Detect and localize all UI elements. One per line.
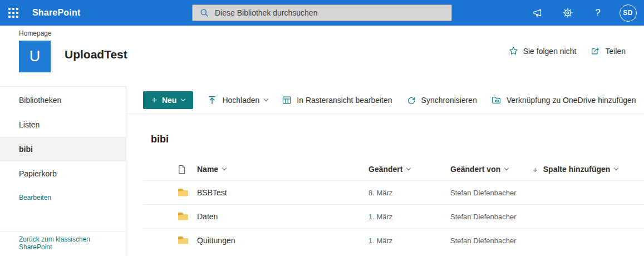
sidebar: Bibliotheken Listen bibi Papierkorb Bear…: [0, 86, 126, 256]
table-row[interactable]: Daten 1. März Stefan Diefenbacher: [143, 204, 644, 228]
sync-label: Synchronisieren: [421, 96, 477, 105]
file-type-column-header[interactable]: [178, 165, 197, 174]
folder-icon: [178, 236, 197, 245]
help-button[interactable]: ?: [587, 2, 608, 23]
new-button[interactable]: + Neu: [143, 91, 193, 109]
modified-by: Stefan Diefenbacher: [450, 189, 533, 197]
follow-label: Sie folgen nicht: [523, 47, 577, 56]
table-row[interactable]: BSBTest 8. März Stefan Diefenbacher: [143, 180, 644, 204]
modified-date: 8. März: [368, 189, 450, 197]
share-icon: [591, 46, 600, 56]
account-button[interactable]: SD: [617, 2, 638, 23]
file-list-header: Name Geändert Geändert von + Spalte hinz…: [143, 158, 644, 180]
search-placeholder: Diese Bibliothek durchsuchen: [215, 8, 317, 17]
grid-icon: [282, 95, 292, 105]
modified-date: 1. März: [368, 213, 450, 221]
sync-button[interactable]: Synchronisieren: [406, 95, 477, 105]
command-bar: + Neu Hochladen: [126, 86, 644, 114]
folder-icon: [178, 188, 197, 197]
column-header-modified-by[interactable]: Geändert von: [450, 165, 533, 174]
add-column-button[interactable]: + Spalte hinzufügen: [533, 165, 644, 174]
megaphone-icon: [532, 7, 543, 18]
upload-label: Hochladen: [222, 96, 259, 105]
waffle-icon: [8, 8, 18, 18]
add-onedrive-shortcut-label: Verknüpfung zu OneDrive hinzufügen: [507, 96, 636, 105]
library-title: bibi: [151, 134, 644, 145]
app-title[interactable]: SharePoint: [32, 8, 80, 18]
suite-bar: SharePoint Diese Bibliothek durchsuchen: [0, 0, 644, 26]
search-input[interactable]: Diese Bibliothek durchsuchen: [192, 4, 452, 21]
document-icon: [178, 165, 186, 174]
column-header-name[interactable]: Name: [197, 165, 368, 174]
app-launcher-button[interactable]: [0, 0, 27, 26]
sidebar-edit-link[interactable]: Bearbeiten: [0, 194, 126, 201]
chevron-down-icon: [406, 166, 411, 170]
sidebar-item-bibi[interactable]: bibi: [0, 137, 126, 161]
folder-icon: [178, 212, 197, 221]
body: Bibliotheken Listen bibi Papierkorb Bear…: [0, 86, 644, 256]
chevron-down-icon: [264, 96, 268, 101]
plus-icon: +: [533, 165, 538, 174]
sync-icon: [406, 95, 416, 105]
question-mark-icon: ?: [595, 7, 600, 18]
modified-by: Stefan Diefenbacher: [450, 237, 533, 245]
star-icon: [509, 46, 518, 56]
sidebar-item-listen[interactable]: Listen: [0, 112, 126, 137]
suite-bar-actions: ? SD: [527, 2, 644, 23]
classic-sharepoint-link[interactable]: Zurück zum klassischen SharePoint: [0, 231, 126, 256]
avatar: SD: [620, 4, 637, 22]
site-header-actions: Sie folgen nicht Teilen: [509, 46, 626, 56]
new-button-label: Neu: [162, 96, 176, 105]
chevron-down-icon: [504, 166, 509, 170]
site-logo[interactable]: U: [19, 41, 51, 72]
settings-button[interactable]: [557, 2, 578, 23]
chevron-down-icon: [614, 166, 618, 170]
plus-icon: +: [151, 95, 157, 105]
chevron-down-icon: [222, 166, 227, 170]
add-onedrive-shortcut-button[interactable]: Verknüpfung zu OneDrive hinzufügen: [491, 95, 636, 105]
column-header-modified[interactable]: Geändert: [368, 165, 450, 174]
gear-icon: [562, 7, 573, 18]
site-header: Homepage U UploadTest Sie folgen nicht T…: [0, 26, 644, 86]
table-row[interactable]: Quittungen 1. März Stefan Diefenbacher: [143, 228, 644, 252]
main-content: + Neu Hochladen: [126, 86, 644, 256]
grid-edit-label: In Rasteransicht bearbeiten: [297, 96, 392, 105]
share-label: Teilen: [605, 47, 626, 56]
sidebar-item-bibliotheken[interactable]: Bibliotheken: [0, 88, 126, 112]
follow-button[interactable]: Sie folgen nicht: [509, 46, 577, 56]
site-logo-initial: U: [30, 48, 41, 65]
share-button[interactable]: Teilen: [591, 46, 626, 56]
breadcrumb[interactable]: Homepage: [19, 29, 52, 37]
upload-button[interactable]: Hochladen: [207, 95, 268, 105]
file-name-link[interactable]: Quittungen: [197, 236, 368, 245]
page-title[interactable]: UploadTest: [65, 48, 127, 61]
file-name-link[interactable]: BSBTest: [197, 188, 368, 197]
modified-by: Stefan Diefenbacher: [450, 213, 533, 221]
sidebar-item-papierkorb[interactable]: Papierkorb: [0, 161, 126, 186]
upload-icon: [207, 95, 217, 105]
grid-edit-button[interactable]: In Rasteransicht bearbeiten: [282, 95, 392, 105]
modified-date: 1. März: [368, 237, 450, 245]
folder-link-icon: [491, 95, 502, 105]
chevron-down-icon: [181, 96, 185, 101]
file-name-link[interactable]: Daten: [197, 212, 368, 221]
file-list: Name Geändert Geändert von + Spalte hinz…: [143, 158, 644, 252]
announcements-button[interactable]: [527, 2, 548, 23]
search-icon: [200, 8, 209, 17]
